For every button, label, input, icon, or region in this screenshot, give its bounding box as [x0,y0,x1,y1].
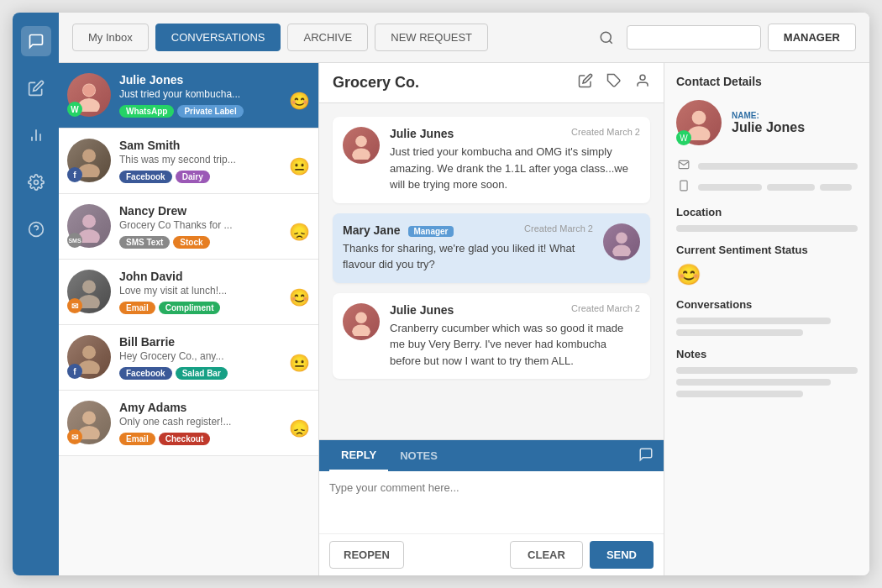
contact-location-section: Location [676,206,858,232]
reply-textarea[interactable] [319,471,664,530]
nav-chart-icon[interactable] [21,120,51,150]
email-value-bar [698,163,858,170]
send-button[interactable]: SEND [590,541,654,569]
nav-chat-icon[interactable] [21,26,51,56]
tag-email-amy: Email [119,433,155,445]
msg-text-3: Cranberry cucumber which was so good it … [390,320,640,370]
conv-name-julie: Julie Jones [119,73,310,87]
conv-preview-amy: Only one cash register!... [119,416,310,428]
conv-body-nancy: Nancy Drew Grocery Co Thanks for ... SMS… [119,204,310,249]
notes-bar-1 [676,367,858,374]
msg-date-2: Created March 2 [524,223,593,237]
conv-tags-nancy: SMS Text Stock [119,236,310,249]
clear-button[interactable]: CLEAR [510,541,583,569]
email-icon [676,159,691,173]
contact-notes-section: Notes [676,348,858,397]
tag-stock-nancy: Stock [173,236,209,249]
tag-dairy-sam: Dairy [176,171,210,183]
top-header: My Inbox CONVERSATIONS ARCHIVE NEW REQUE… [59,13,869,63]
message-bubble-1: Julie Junes Created March 2 Just tried y… [333,117,650,203]
left-nav [13,13,59,575]
sentiment-icon-bill: 😐 [289,353,310,373]
svg-point-13 [82,214,96,228]
contact-name-area: NAME: Julie Jones [732,111,805,135]
conv-bar-1 [676,318,831,324]
channel-badge-facebook-sam: f [67,167,82,182]
contact-panel-title: Contact Details [676,75,858,88]
svg-point-24 [352,148,370,160]
nav-help-icon[interactable] [21,214,51,244]
tag-salad-bill: Salad Bar [176,367,228,380]
reply-tab-reply[interactable]: REPLY [329,440,388,471]
chat-panel: Grocery Co. [319,63,664,575]
svg-point-3 [34,181,38,185]
location-bar [676,225,858,232]
conv-item-amy[interactable]: ✉ Amy Adams Only one cash register!... E… [59,391,318,456]
reply-tabs: REPLY NOTES [319,440,664,471]
chat-bubble-icon[interactable] [638,447,654,465]
svg-point-17 [82,345,96,359]
conv-tags-julie: WhatsApp Private Label [119,105,310,118]
conv-item-bill[interactable]: f Bill Barrie Hey Grocery Co., any... Fa… [59,325,318,391]
reopen-button[interactable]: REOPEN [329,541,404,569]
tag-icon[interactable] [606,73,622,92]
chat-header-icons [578,73,650,92]
tag-checkout-amy: Checkout [159,433,211,445]
conv-body-john: John David Love my visit at lunch!... Em… [119,270,310,314]
channel-badge-sms-nancy: SMS [67,233,82,248]
conv-body-sam: Sam Smith This was my second trip... Fac… [119,139,310,183]
conv-item-john[interactable]: ✉ John David Love my visit at lunch!... … [59,260,318,325]
channel-badge-whatsapp: W [67,102,82,117]
search-input[interactable] [627,25,761,50]
contact-channel-badge: W [676,130,691,145]
chat-title: Grocery Co. [333,74,419,92]
contact-email-row [676,159,858,173]
conv-name-sam: Sam Smith [119,139,310,152]
sentiment-icon-nancy: 😞 [289,222,310,242]
message-bubble-2: Mary Jane Manager Created March 2 Thanks… [333,213,650,283]
contact-avatar-wrap: W [676,100,722,145]
conversations-title: Conversations [676,298,858,311]
notes-bar-3 [676,391,803,397]
tab-my-inbox[interactable]: My Inbox [72,24,149,51]
conv-preview-nancy: Grocery Co Thanks for ... [119,219,310,231]
nav-settings-icon[interactable] [21,167,51,197]
app-container: My Inbox CONVERSATIONS ARCHIVE NEW REQUE… [13,13,869,575]
search-area: MANAGER [593,24,856,51]
tab-new-request[interactable]: NEW REQUEST [375,24,488,51]
conv-body-amy: Amy Adams Only one cash register!... Ema… [119,401,310,445]
edit-icon[interactable] [578,73,593,92]
conv-item-julie[interactable]: W Julie Jones Just tried your kombucha..… [59,63,318,129]
conv-tags-john: Email Compliment [119,302,310,314]
channel-badge-email-john: ✉ [67,298,82,313]
conv-item-nancy[interactable]: SMS Nancy Drew Grocery Co Thanks for ...… [59,194,318,260]
contact-conversations-section: Conversations [676,298,858,336]
svg-point-11 [82,149,96,162]
phone-icon [676,180,691,194]
msg-date-3: Created March 2 [571,303,640,317]
conv-avatar-wrap-amy: ✉ [67,401,111,444]
reply-box: REPLY NOTES REOPEN CLEAR SEND [319,439,664,575]
tag-whatsapp: WhatsApp [119,105,174,118]
person-icon[interactable] [635,73,650,92]
msg-avatar-1 [343,127,380,164]
tab-conversations[interactable]: CONVERSATIONS [155,24,281,51]
nav-edit-icon[interactable] [21,73,51,103]
contact-name-label: NAME: [732,111,805,120]
tag-email-john: Email [119,302,155,314]
contact-info-rows [676,159,858,194]
contact-phone-row [676,180,858,194]
msg-sender-3: Julie Junes [390,303,454,317]
conv-item-sam[interactable]: f Sam Smith This was my second trip... F… [59,129,318,194]
contact-panel: Contact Details W NAME: Julie Jones [664,63,869,575]
reply-tab-notes[interactable]: NOTES [388,441,449,470]
sentiment-title: Current Sentiment Status [676,244,858,256]
manager-button[interactable]: MANAGER [768,24,856,51]
contact-name: Julie Jones [732,120,805,135]
conv-avatar-wrap-sam: f [67,139,111,182]
content-area: W Julie Jones Just tried your kombucha..… [59,63,869,575]
manager-badge: Manager [408,226,453,237]
sentiment-icon-sam: 😐 [289,156,310,176]
search-icon[interactable] [593,24,620,51]
tab-archive[interactable]: ARCHIVE [287,24,368,51]
